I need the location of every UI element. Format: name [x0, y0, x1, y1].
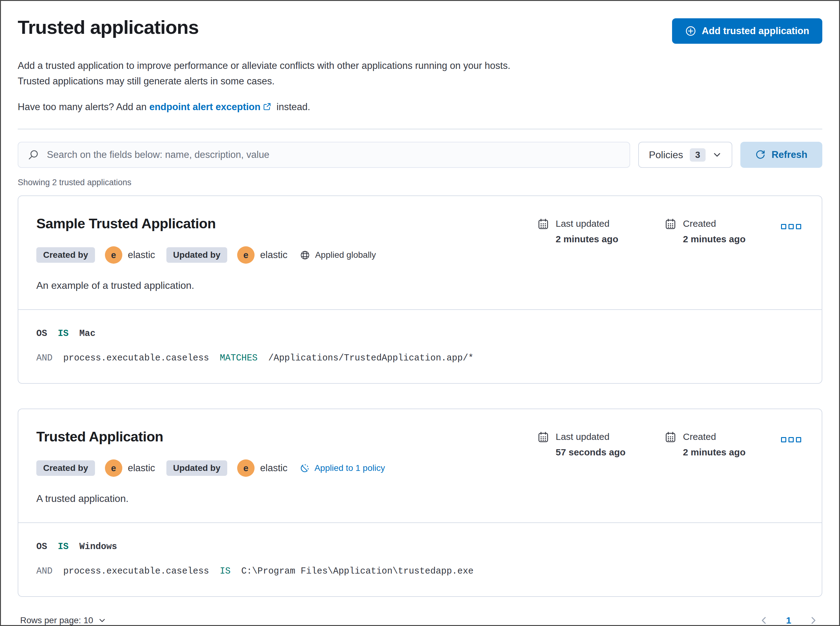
condition-operator: IS [58, 541, 69, 552]
card-meta: Last updated 57 seconds ago Created 2 mi… [538, 429, 804, 457]
intro-text: Add a trusted application to improve per… [18, 58, 514, 89]
created-by-badge: Created by [36, 247, 95, 263]
condition-conjunction: AND [36, 566, 52, 576]
card-actions-menu-button[interactable] [779, 435, 804, 445]
condition-process-line: AND process.executable.caseless IS C:\Pr… [36, 566, 804, 576]
calendar-icon [665, 218, 676, 244]
boxes-horizontal-icon [781, 224, 786, 229]
condition-os-line: OS IS Windows [36, 541, 804, 552]
condition-operator: IS [220, 566, 231, 576]
created-text: Created 2 minutes ago [683, 218, 746, 244]
updated-by-badge: Updated by [166, 247, 227, 263]
card-description: A trusted application. [18, 477, 822, 523]
boxes-horizontal-icon [796, 224, 801, 229]
card-conditions: OS IS Mac AND process.executable.caseles… [18, 309, 822, 383]
card-main: Sample Trusted Application Created by e … [36, 215, 538, 264]
condition-value: C:\Program Files\Application\trustedapp.… [241, 566, 473, 576]
refresh-button[interactable]: Refresh [740, 142, 822, 168]
created-by-avatar: e [105, 459, 122, 477]
header-divider [18, 129, 822, 129]
external-link-icon [263, 101, 271, 114]
chevron-down-icon [713, 150, 722, 160]
alerts-question: Have too many alerts? Add an endpoint al… [18, 100, 822, 114]
condition-field: process.executable.caseless [63, 566, 209, 576]
rows-per-page-label: Rows per page: 10 [20, 615, 93, 625]
applied-globally-label: Applied globally [315, 250, 376, 260]
created-block: Created 2 minutes ago [665, 218, 767, 244]
pagination-next-button[interactable] [807, 614, 820, 626]
created-label: Created [683, 218, 746, 230]
condition-value: Mac [79, 329, 95, 339]
rows-per-page-button[interactable]: Rows per page: 10 [20, 612, 106, 626]
page-title: Trusted applications [18, 16, 199, 39]
boxes-horizontal-icon [781, 437, 786, 442]
applied-policy-label: Applied to 1 policy [314, 463, 385, 473]
created-by-user: elastic [128, 249, 155, 261]
trusted-app-card-sample: Sample Trusted Application Created by e … [18, 196, 822, 384]
card-main: Trusted Application Created by e elastic… [36, 429, 538, 477]
alerts-question-prefix: Have too many alerts? Add an [18, 102, 149, 112]
partial-icon [300, 463, 309, 473]
card-header: Sample Trusted Application Created by e … [18, 196, 822, 264]
created-by-badge: Created by [36, 460, 95, 476]
search-icon [28, 149, 39, 160]
card-title: Sample Trusted Application [36, 215, 538, 232]
condition-field: OS [36, 329, 47, 339]
calendar-icon [665, 431, 676, 457]
applied-globally: Applied globally [300, 250, 376, 260]
last-updated-value: 2 minutes ago [556, 234, 619, 244]
card-title: Trusted Application [36, 429, 538, 445]
search-box[interactable] [18, 142, 630, 168]
boxes-horizontal-icon [796, 437, 801, 442]
last-updated-text: Last updated 57 seconds ago [556, 431, 625, 457]
globe-icon [300, 250, 310, 260]
boxes-horizontal-icon [788, 224, 794, 229]
created-text: Created 2 minutes ago [683, 431, 746, 457]
card-actions-menu-button[interactable] [779, 222, 804, 232]
pagination: 1 [757, 614, 820, 626]
card-header: Trusted Application Created by e elastic… [18, 409, 822, 477]
last-updated-block: Last updated 57 seconds ago [538, 431, 650, 457]
updated-by-avatar: e [237, 246, 254, 264]
trusted-applications-page: Trusted applications Add trusted applica… [0, 0, 840, 626]
card-badges-row: Created by e elastic Updated by e elasti… [36, 246, 538, 264]
card-conditions: OS IS Windows AND process.executable.cas… [18, 523, 822, 596]
calendar-icon [538, 218, 549, 244]
endpoint-alert-exception-link[interactable]: endpoint alert exception [149, 102, 261, 112]
created-block: Created 2 minutes ago [665, 431, 767, 457]
results-count: Showing 2 trusted applications [18, 178, 822, 187]
condition-conjunction: AND [36, 353, 52, 363]
last-updated-label: Last updated [556, 431, 625, 443]
search-input[interactable] [46, 149, 620, 161]
chevron-right-icon [809, 616, 818, 625]
created-by-avatar: e [105, 246, 122, 264]
page-number-button[interactable]: 1 [785, 614, 793, 626]
updated-by-user: elastic [260, 249, 287, 261]
last-updated-block: Last updated 2 minutes ago [538, 218, 650, 244]
pagination-prev-button[interactable] [757, 614, 771, 626]
refresh-label: Refresh [772, 149, 807, 160]
applied-policy-link[interactable]: Applied to 1 policy [300, 463, 385, 473]
created-value: 2 minutes ago [683, 234, 746, 244]
last-updated-text: Last updated 2 minutes ago [556, 218, 619, 244]
controls-row: Policies 3 Refresh [18, 142, 822, 168]
condition-operator: MATCHES [220, 353, 257, 363]
trusted-app-card-trusted: Trusted Application Created by e elastic… [18, 408, 822, 597]
add-trusted-application-button[interactable]: Add trusted application [672, 18, 822, 44]
policies-dropdown-button[interactable]: Policies 3 [638, 142, 732, 168]
updated-by-avatar: e [237, 459, 254, 477]
condition-operator: IS [58, 329, 69, 339]
refresh-icon [755, 150, 766, 160]
last-updated-label: Last updated [556, 218, 619, 230]
created-value: 2 minutes ago [683, 447, 746, 457]
condition-os-line: OS IS Mac [36, 329, 804, 339]
calendar-icon [538, 431, 549, 457]
page-header: Trusted applications Add trusted applica… [18, 14, 822, 44]
updated-by-user: elastic [260, 463, 287, 474]
policies-count-badge: 3 [690, 148, 705, 162]
condition-field: process.executable.caseless [63, 353, 209, 363]
chevron-down-icon [98, 617, 106, 624]
created-label: Created [683, 431, 746, 443]
condition-value: Windows [79, 541, 117, 552]
policies-label: Policies [649, 149, 683, 161]
